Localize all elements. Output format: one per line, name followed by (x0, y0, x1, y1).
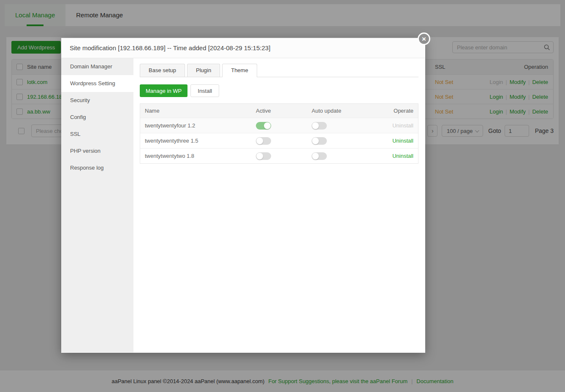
auto-update-toggle[interactable] (312, 122, 327, 130)
wordpress-setting-tabs: Base setup Plugin Theme (140, 64, 418, 77)
col-operate: Operate (367, 108, 418, 114)
active-toggle[interactable] (256, 152, 271, 160)
manage-in-wp-button[interactable]: Manage in WP (140, 84, 187, 97)
active-toggle[interactable] (256, 137, 271, 145)
sidebar-item-response-log[interactable]: Response log (61, 160, 133, 176)
theme-table: Name Active Auto update Operate twentytw… (140, 103, 418, 164)
uninstall-link[interactable]: Uninstall (392, 153, 413, 159)
theme-name: twentytwentytwo 1.8 (140, 153, 256, 159)
tab-plugin[interactable]: Plugin (187, 64, 220, 77)
theme-row: twentytwentyfour 1.2 Uninstall (140, 118, 418, 133)
sidebar-item-ssl[interactable]: SSL (61, 126, 133, 143)
uninstall-link: Uninstall (392, 122, 413, 129)
sidebar-item-domain-manager[interactable]: Domain Manager (61, 58, 133, 75)
theme-name: twentytwentythree 1.5 (140, 138, 256, 144)
tab-theme[interactable]: Theme (222, 64, 257, 77)
theme-actions: Manage in WP Install (140, 84, 418, 97)
sidebar-item-security[interactable]: Security (61, 92, 133, 109)
close-icon[interactable]: × (418, 32, 430, 45)
col-name: Name (140, 108, 256, 114)
col-active: Active (256, 108, 312, 114)
theme-row: twentytwentythree 1.5 Uninstall (140, 133, 418, 148)
active-toggle[interactable] (256, 122, 271, 130)
auto-update-toggle[interactable] (312, 137, 327, 145)
site-modification-dialog: × Site modification [192.168.66.189] -- … (61, 38, 425, 353)
col-auto-update: Auto update (312, 108, 367, 114)
theme-row: twentytwentytwo 1.8 Uninstall (140, 148, 418, 163)
uninstall-link[interactable]: Uninstall (392, 138, 413, 144)
install-button[interactable]: Install (190, 84, 219, 97)
theme-name: twentytwentyfour 1.2 (140, 122, 256, 129)
tab-base-setup[interactable]: Base setup (140, 64, 185, 77)
theme-table-header: Name Active Auto update Operate (140, 104, 418, 118)
dialog-content: Base setup Plugin Theme Manage in WP Ins… (133, 58, 425, 352)
sidebar-item-config[interactable]: Config (61, 109, 133, 126)
sidebar-item-wordpress-setting[interactable]: Wordpress Setting (61, 75, 133, 92)
dialog-sidebar: Domain Manager Wordpress Setting Securit… (61, 58, 133, 352)
dialog-title: Site modification [192.168.66.189] -- Ti… (61, 38, 425, 58)
auto-update-toggle[interactable] (312, 152, 327, 160)
sidebar-item-php-version[interactable]: PHP version (61, 143, 133, 160)
